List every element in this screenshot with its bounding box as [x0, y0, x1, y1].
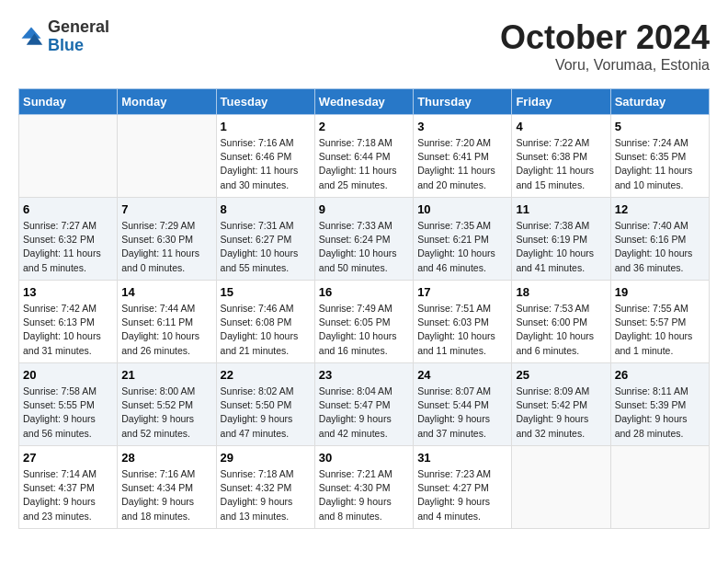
day-number: 23: [319, 368, 409, 382]
day-info: Sunrise: 7:16 AM Sunset: 4:34 PM Dayligh…: [121, 467, 211, 523]
day-cell: [512, 446, 610, 529]
day-number: 20: [23, 368, 113, 382]
day-cell: 5Sunrise: 7:24 AM Sunset: 6:35 PM Daylig…: [610, 115, 709, 198]
day-number: 18: [516, 285, 606, 299]
day-number: 15: [221, 285, 311, 299]
day-cell: 29Sunrise: 7:18 AM Sunset: 4:32 PM Dayli…: [216, 446, 314, 529]
column-header-friday: Friday: [512, 89, 610, 115]
day-number: 2: [319, 120, 409, 133]
day-cell: 15Sunrise: 7:46 AM Sunset: 6:08 PM Dayli…: [216, 281, 314, 363]
day-cell: 3Sunrise: 7:20 AM Sunset: 6:41 PM Daylig…: [414, 115, 512, 198]
day-number: 9: [319, 202, 409, 216]
day-info: Sunrise: 7:16 AM Sunset: 6:46 PM Dayligh…: [221, 136, 311, 192]
day-cell: 30Sunrise: 7:21 AM Sunset: 4:30 PM Dayli…: [314, 446, 413, 529]
week-row-4: 20Sunrise: 7:58 AM Sunset: 5:55 PM Dayli…: [19, 363, 710, 446]
day-cell: 12Sunrise: 7:40 AM Sunset: 6:16 PM Dayli…: [610, 198, 709, 281]
day-info: Sunrise: 7:22 AM Sunset: 6:38 PM Dayligh…: [516, 136, 606, 192]
page-header: General Blue October 2024 Voru, Vorumaa,…: [18, 18, 710, 74]
day-number: 28: [121, 451, 211, 465]
day-cell: 9Sunrise: 7:33 AM Sunset: 6:24 PM Daylig…: [314, 198, 413, 281]
day-number: 24: [417, 368, 507, 382]
day-cell: 13Sunrise: 7:42 AM Sunset: 6:13 PM Dayli…: [19, 281, 118, 363]
day-number: 14: [121, 285, 211, 299]
column-header-thursday: Thursday: [414, 89, 512, 115]
column-header-wednesday: Wednesday: [314, 89, 413, 115]
day-cell: 8Sunrise: 7:31 AM Sunset: 6:27 PM Daylig…: [216, 198, 314, 281]
day-cell: 23Sunrise: 8:04 AM Sunset: 5:47 PM Dayli…: [314, 363, 413, 446]
column-header-tuesday: Tuesday: [216, 89, 314, 115]
day-cell: 14Sunrise: 7:44 AM Sunset: 6:11 PM Dayli…: [118, 281, 216, 363]
day-cell: 28Sunrise: 7:16 AM Sunset: 4:34 PM Dayli…: [118, 446, 216, 529]
day-cell: 21Sunrise: 8:00 AM Sunset: 5:52 PM Dayli…: [118, 363, 216, 446]
day-info: Sunrise: 7:42 AM Sunset: 6:13 PM Dayligh…: [23, 302, 113, 358]
day-info: Sunrise: 7:18 AM Sunset: 6:44 PM Dayligh…: [319, 136, 409, 192]
day-info: Sunrise: 7:24 AM Sunset: 6:35 PM Dayligh…: [615, 136, 705, 192]
day-cell: 31Sunrise: 7:23 AM Sunset: 4:27 PM Dayli…: [414, 446, 512, 529]
day-number: 13: [23, 285, 113, 299]
day-info: Sunrise: 8:11 AM Sunset: 5:39 PM Dayligh…: [615, 385, 705, 441]
logo-icon: [18, 24, 44, 50]
day-number: 11: [516, 202, 606, 216]
logo-general: General: [48, 18, 109, 37]
column-header-monday: Monday: [118, 89, 216, 115]
day-cell: 11Sunrise: 7:38 AM Sunset: 6:19 PM Dayli…: [512, 198, 610, 281]
day-cell: 27Sunrise: 7:14 AM Sunset: 4:37 PM Dayli…: [19, 446, 118, 529]
day-cell: 4Sunrise: 7:22 AM Sunset: 6:38 PM Daylig…: [512, 115, 610, 198]
day-info: Sunrise: 7:55 AM Sunset: 5:57 PM Dayligh…: [615, 302, 705, 358]
calendar-header-row: SundayMondayTuesdayWednesdayThursdayFrid…: [19, 89, 710, 115]
column-header-saturday: Saturday: [610, 89, 709, 115]
day-number: 12: [615, 202, 705, 216]
day-number: 3: [417, 120, 507, 133]
day-number: 26: [615, 368, 705, 382]
day-info: Sunrise: 7:53 AM Sunset: 6:00 PM Dayligh…: [516, 302, 606, 358]
day-number: 4: [516, 120, 606, 133]
day-number: 29: [221, 451, 311, 465]
day-info: Sunrise: 8:00 AM Sunset: 5:52 PM Dayligh…: [121, 385, 211, 441]
week-row-2: 6Sunrise: 7:27 AM Sunset: 6:32 PM Daylig…: [19, 198, 710, 281]
day-info: Sunrise: 7:33 AM Sunset: 6:24 PM Dayligh…: [319, 219, 409, 275]
day-info: Sunrise: 7:49 AM Sunset: 6:05 PM Dayligh…: [319, 302, 409, 358]
day-cell: 2Sunrise: 7:18 AM Sunset: 6:44 PM Daylig…: [314, 115, 413, 198]
day-number: 6: [23, 202, 113, 216]
calendar-title: October 2024: [500, 18, 710, 57]
day-cell: 24Sunrise: 8:07 AM Sunset: 5:44 PM Dayli…: [414, 363, 512, 446]
day-info: Sunrise: 7:18 AM Sunset: 4:32 PM Dayligh…: [221, 467, 311, 523]
day-cell: [610, 446, 709, 529]
day-info: Sunrise: 8:07 AM Sunset: 5:44 PM Dayligh…: [417, 385, 507, 441]
day-number: 19: [615, 285, 705, 299]
day-cell: 19Sunrise: 7:55 AM Sunset: 5:57 PM Dayli…: [610, 281, 709, 363]
day-info: Sunrise: 7:14 AM Sunset: 4:37 PM Dayligh…: [23, 467, 113, 523]
day-number: 8: [221, 202, 311, 216]
day-info: Sunrise: 7:40 AM Sunset: 6:16 PM Dayligh…: [615, 219, 705, 275]
week-row-3: 13Sunrise: 7:42 AM Sunset: 6:13 PM Dayli…: [19, 281, 710, 363]
day-info: Sunrise: 8:04 AM Sunset: 5:47 PM Dayligh…: [319, 385, 409, 441]
day-number: 7: [121, 202, 211, 216]
day-info: Sunrise: 7:31 AM Sunset: 6:27 PM Dayligh…: [221, 219, 311, 275]
calendar-body: 1Sunrise: 7:16 AM Sunset: 6:46 PM Daylig…: [19, 115, 710, 529]
week-row-1: 1Sunrise: 7:16 AM Sunset: 6:46 PM Daylig…: [19, 115, 710, 198]
day-cell: 16Sunrise: 7:49 AM Sunset: 6:05 PM Dayli…: [314, 281, 413, 363]
day-cell: 1Sunrise: 7:16 AM Sunset: 6:46 PM Daylig…: [216, 115, 314, 198]
day-cell: 6Sunrise: 7:27 AM Sunset: 6:32 PM Daylig…: [19, 198, 118, 281]
day-cell: 10Sunrise: 7:35 AM Sunset: 6:21 PM Dayli…: [414, 198, 512, 281]
logo-blue: Blue: [48, 37, 109, 55]
day-number: 21: [121, 368, 211, 382]
calendar-table: SundayMondayTuesdayWednesdayThursdayFrid…: [18, 88, 710, 529]
day-cell: [19, 115, 118, 198]
day-info: Sunrise: 7:23 AM Sunset: 4:27 PM Dayligh…: [417, 467, 507, 523]
day-number: 25: [516, 368, 606, 382]
day-number: 17: [417, 285, 507, 299]
day-info: Sunrise: 7:21 AM Sunset: 4:30 PM Dayligh…: [319, 467, 409, 523]
day-info: Sunrise: 7:38 AM Sunset: 6:19 PM Dayligh…: [516, 219, 606, 275]
day-number: 10: [417, 202, 507, 216]
day-cell: 25Sunrise: 8:09 AM Sunset: 5:42 PM Dayli…: [512, 363, 610, 446]
day-number: 31: [417, 451, 507, 465]
day-cell: 26Sunrise: 8:11 AM Sunset: 5:39 PM Dayli…: [610, 363, 709, 446]
day-number: 1: [221, 120, 311, 133]
day-cell: 20Sunrise: 7:58 AM Sunset: 5:55 PM Dayli…: [19, 363, 118, 446]
title-block: October 2024 Voru, Vorumaa, Estonia: [500, 18, 710, 74]
day-number: 5: [615, 120, 705, 133]
svg-marker-0: [22, 27, 41, 38]
day-info: Sunrise: 7:46 AM Sunset: 6:08 PM Dayligh…: [221, 302, 311, 358]
day-cell: 22Sunrise: 8:02 AM Sunset: 5:50 PM Dayli…: [216, 363, 314, 446]
